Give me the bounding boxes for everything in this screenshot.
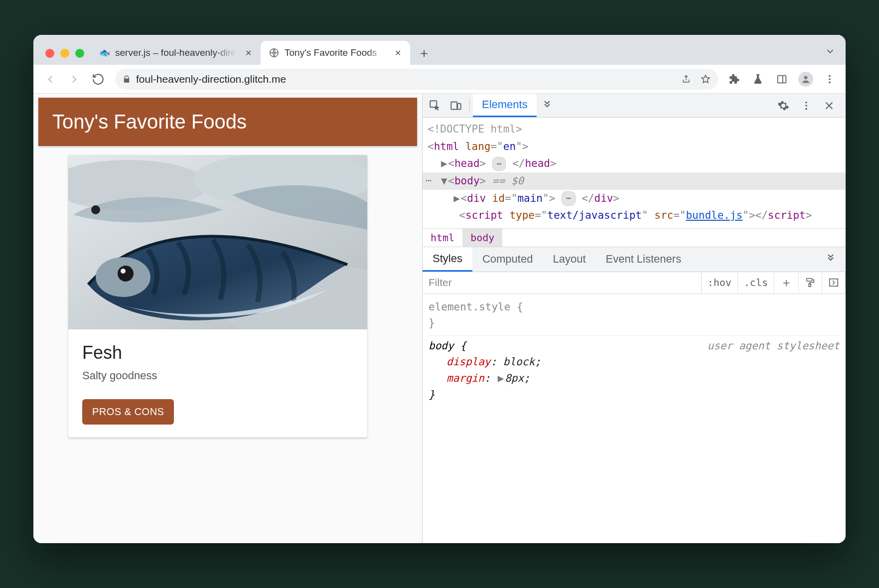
glitch-favicon-icon: 🐟 (99, 47, 110, 58)
card-subtitle: Salty goodness (82, 369, 353, 382)
kebab-menu-icon[interactable] (820, 69, 840, 89)
ua-stylesheet-label: user agent stylesheet (707, 338, 840, 354)
pros-cons-button[interactable]: PROS & CONS (82, 399, 174, 425)
lock-icon (122, 75, 131, 84)
ellipsis-icon[interactable]: ⋯ (562, 191, 576, 205)
svg-point-11 (118, 266, 134, 282)
labs-icon[interactable] (748, 69, 768, 89)
card-body: Fesh Salty goodness PROS & CONS (68, 329, 367, 438)
browser-toolbar (724, 69, 840, 89)
tab-label: Tony's Favorite Foods (285, 47, 388, 58)
page-viewport: Tony's Favorite Foods (33, 94, 422, 543)
card-title: Fesh (82, 342, 353, 363)
svg-rect-16 (457, 103, 461, 109)
hov-toggle[interactable]: :hov (702, 272, 738, 294)
expand-triangle-icon[interactable]: ▶ (497, 370, 505, 387)
profile-avatar[interactable] (796, 69, 816, 89)
svg-rect-21 (809, 284, 811, 287)
svg-point-18 (805, 105, 807, 107)
breadcrumb-html[interactable]: html (423, 229, 462, 247)
svg-point-13 (91, 205, 100, 214)
inspect-element-icon[interactable] (425, 95, 445, 116)
svg-rect-22 (830, 279, 838, 287)
svg-point-3 (829, 75, 831, 77)
styles-tab-styles[interactable]: Styles (423, 247, 472, 272)
forward-button[interactable] (63, 68, 85, 90)
styles-tab-event-listeners[interactable]: Event Listeners (596, 248, 692, 271)
more-tabs-icon[interactable] (537, 95, 558, 116)
dom-body-selected[interactable]: ▼<body> == $0 (423, 172, 846, 190)
paint-format-icon[interactable] (799, 272, 822, 294)
svg-rect-15 (451, 102, 457, 109)
svg-point-5 (829, 81, 831, 83)
collapse-triangle-icon[interactable]: ▼ (440, 172, 448, 190)
minimize-window-icon[interactable] (60, 49, 69, 58)
dom-div-main[interactable]: ▶<div id="main"> ⋯ </div> (423, 190, 846, 207)
expand-triangle-icon[interactable]: ▶ (440, 155, 448, 172)
inline-style-rule[interactable]: element.style { } (429, 297, 840, 336)
browser-window: 🐟 server.js – foul-heavenly-direct ✕ Ton… (33, 35, 846, 543)
svg-point-4 (829, 78, 831, 80)
styles-filter-input[interactable]: Filter (423, 272, 702, 294)
browser-tab-active[interactable]: Tony's Favorite Foods ✕ (261, 41, 410, 65)
food-card: Fesh Salty goodness PROS & CONS (68, 155, 367, 438)
styles-rules[interactable]: element.style { } body {user agent style… (423, 294, 846, 543)
back-button[interactable] (39, 68, 61, 90)
window-controls (38, 49, 91, 65)
computed-sidebar-icon[interactable] (822, 272, 846, 294)
tab-label: server.js – foul-heavenly-direct (115, 47, 239, 58)
device-toolbar-icon[interactable] (445, 95, 466, 116)
tab-strip: 🐟 server.js – foul-heavenly-direct ✕ Ton… (33, 35, 846, 65)
ellipsis-icon[interactable]: ⋯ (492, 157, 506, 171)
share-icon[interactable] (681, 74, 691, 84)
content-split: Tony's Favorite Foods (33, 94, 846, 543)
expand-triangle-icon[interactable]: ▶ (453, 190, 461, 207)
dom-head[interactable]: ▶<head> ⋯ </head> (423, 155, 846, 172)
styles-tab-computed[interactable]: Computed (472, 248, 543, 271)
settings-gear-icon[interactable] (773, 95, 794, 116)
extensions-icon[interactable] (724, 69, 744, 89)
svg-rect-1 (778, 75, 786, 83)
devtools-panel: Elements <!DOCTYPE (422, 94, 846, 543)
globe-favicon-icon (269, 47, 280, 58)
maximize-window-icon[interactable] (75, 49, 84, 58)
dom-breadcrumb: html body (423, 228, 846, 247)
svg-point-19 (805, 108, 807, 110)
close-tab-icon[interactable]: ✕ (244, 48, 253, 57)
styles-toolbar: Filter :hov .cls ＋ (423, 272, 846, 294)
devtools-tab-bar: Elements (423, 94, 846, 118)
styles-more-icon[interactable] (816, 253, 846, 265)
body-ua-rule[interactable]: body {user agent stylesheet display: blo… (429, 336, 840, 407)
dom-doctype[interactable]: <!DOCTYPE html> (423, 121, 846, 138)
page-title: Tony's Favorite Foods (38, 98, 417, 146)
svg-point-17 (805, 101, 807, 103)
dom-html-open[interactable]: <html lang="en"> (423, 138, 846, 155)
tabs-dropdown-icon[interactable] (825, 46, 836, 57)
bundle-link[interactable]: bundle.js (686, 209, 742, 221)
svg-point-12 (121, 269, 126, 274)
svg-point-2 (804, 76, 808, 79)
styles-tab-layout[interactable]: Layout (543, 248, 595, 271)
svg-rect-20 (807, 279, 812, 282)
devtools-tab-elements[interactable]: Elements (473, 94, 537, 117)
card-image (68, 155, 367, 329)
url-field[interactable]: foul-heavenly-direction.glitch.me (115, 69, 718, 90)
styles-tab-strip: Styles Computed Layout Event Listeners (423, 247, 846, 272)
close-window-icon[interactable] (45, 49, 54, 58)
devtools-kebab-icon[interactable] (796, 95, 817, 116)
new-style-rule-icon[interactable]: ＋ (774, 272, 799, 294)
address-bar: foul-heavenly-direction.glitch.me (33, 65, 846, 94)
browser-tab-inactive[interactable]: 🐟 server.js – foul-heavenly-direct ✕ (91, 41, 261, 65)
dom-tree[interactable]: <!DOCTYPE html> <html lang="en"> ▶<head>… (423, 118, 846, 228)
breadcrumb-body[interactable]: body (462, 229, 502, 247)
reload-button[interactable] (87, 68, 109, 90)
close-tab-icon[interactable]: ✕ (393, 48, 402, 57)
devtools-close-icon[interactable] (819, 95, 840, 116)
url-text: foul-heavenly-direction.glitch.me (136, 73, 286, 85)
bookmark-star-icon[interactable] (700, 74, 711, 85)
sidepanel-icon[interactable] (772, 69, 792, 89)
cls-toggle[interactable]: .cls (738, 272, 774, 294)
new-tab-button[interactable]: ＋ (414, 43, 434, 63)
dom-script[interactable]: <script type="text/javascript" src="bund… (423, 207, 846, 224)
